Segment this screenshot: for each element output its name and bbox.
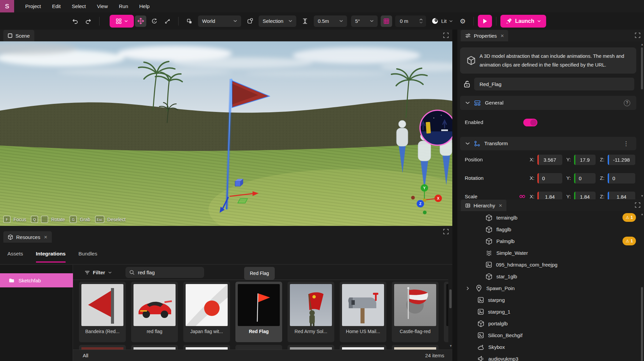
pivot-dropdown[interactable]: Selection bbox=[259, 15, 296, 27]
scrollbar[interactable] bbox=[449, 289, 452, 308]
link-icon[interactable] bbox=[519, 194, 525, 199]
section-general[interactable]: General ? bbox=[460, 96, 636, 110]
kebab-icon[interactable]: ⋮ bbox=[623, 140, 629, 147]
close-icon[interactable]: × bbox=[499, 203, 502, 208]
asset-card-partial[interactable] bbox=[392, 345, 439, 350]
asset-card-partial[interactable] bbox=[79, 345, 126, 350]
close-icon[interactable]: × bbox=[44, 234, 47, 240]
section-transform[interactable]: Transform ⋮ bbox=[460, 137, 636, 150]
hierarchy-item-flagglb[interactable]: flagglb bbox=[457, 224, 644, 235]
hierarchy-item-spawn-point[interactable]: Spawn_Poin bbox=[457, 282, 644, 294]
expand-icon[interactable] bbox=[635, 33, 640, 38]
tab-integrations[interactable]: Integrations bbox=[36, 245, 66, 263]
move-tool-button[interactable] bbox=[135, 15, 146, 27]
asset-card-mailbox[interactable]: Home US Mail... bbox=[340, 282, 386, 342]
elevation-stepper[interactable]: 0 m bbox=[395, 15, 426, 27]
scene-viewport[interactable]: Y X Z F Focus Q Rotate G Grab Esc Desele… bbox=[0, 41, 452, 226]
tab-scene[interactable]: Scene bbox=[3, 30, 34, 41]
hierarchy-item-star1glb[interactable]: star_1glb bbox=[457, 271, 644, 282]
close-icon[interactable]: × bbox=[500, 33, 504, 39]
hierarchy-item-portalglb[interactable]: portalglb bbox=[457, 318, 644, 329]
hierarchy-item-terrainglb[interactable]: terrainglb ⚠1 bbox=[457, 212, 644, 224]
unlock-icon[interactable] bbox=[463, 80, 470, 88]
transform-space-dropdown[interactable]: World bbox=[198, 15, 241, 27]
asset-card-red-flag-selected[interactable]: Red Flag bbox=[235, 282, 282, 342]
rotate-tool-button[interactable] bbox=[148, 15, 160, 27]
expand-icon[interactable] bbox=[443, 33, 449, 38]
redo-button[interactable] bbox=[83, 15, 94, 27]
position-y-field[interactable]: 17.9 bbox=[574, 155, 596, 165]
tab-bundles[interactable]: Bundles bbox=[78, 245, 97, 263]
shading-dropdown[interactable]: Lit bbox=[431, 17, 453, 25]
chevron-right-icon[interactable] bbox=[466, 286, 469, 290]
help-icon[interactable]: ? bbox=[624, 100, 630, 106]
move-snap-dropdown[interactable]: 0.5m bbox=[314, 15, 347, 27]
scale-tool-button[interactable] bbox=[162, 15, 173, 27]
footer-all[interactable]: All bbox=[83, 353, 88, 358]
scroll-up-icon[interactable]: ▲ bbox=[641, 43, 644, 46]
menu-edit[interactable]: Edit bbox=[52, 3, 61, 9]
menu-run[interactable]: Run bbox=[119, 3, 128, 9]
warning-badge[interactable]: ⚠1 bbox=[622, 237, 636, 245]
settings-button[interactable]: ⚙ bbox=[457, 15, 468, 27]
asset-card-red-army[interactable]: Red Army Sol... bbox=[288, 282, 334, 342]
rotation-x-field[interactable]: 0 bbox=[537, 173, 562, 184]
asset-card-partial[interactable] bbox=[444, 282, 448, 342]
play-button[interactable] bbox=[478, 15, 492, 28]
asset-card-bandeira[interactable]: Bandeira (Red... bbox=[79, 282, 126, 342]
scrollbar[interactable] bbox=[641, 47, 643, 89]
bounding-box-button[interactable] bbox=[244, 15, 256, 27]
object-name-field[interactable] bbox=[474, 78, 634, 90]
asset-card-partial[interactable] bbox=[183, 345, 230, 350]
warning-badge[interactable]: ⚠1 bbox=[622, 213, 636, 222]
asset-card-partial[interactable] bbox=[288, 345, 334, 350]
rotate-snap-dropdown[interactable]: 5° bbox=[351, 15, 378, 27]
scrollbar[interactable] bbox=[641, 287, 643, 361]
filter-dropdown[interactable]: Filter bbox=[85, 270, 112, 275]
asset-card-partial[interactable] bbox=[131, 345, 178, 350]
app-logo[interactable]: S bbox=[0, 0, 14, 12]
scale-y-field[interactable]: 1.84 bbox=[574, 192, 596, 199]
snap-vertical-button[interactable] bbox=[299, 15, 311, 27]
scroll-up-icon[interactable]: ▲ bbox=[641, 212, 644, 216]
hierarchy-item-silicon-bechgif[interactable]: Silicon_Bechgif bbox=[457, 329, 644, 341]
grid-snap-button[interactable] bbox=[381, 15, 392, 27]
menu-project[interactable]: Project bbox=[25, 3, 41, 9]
expand-icon[interactable] bbox=[635, 202, 640, 208]
asset-card-japan-flag[interactable]: Japan flag wit... bbox=[183, 282, 230, 342]
position-x-field[interactable]: 3.567 bbox=[537, 155, 562, 165]
asset-card-red-flag-car[interactable]: red flag bbox=[131, 282, 178, 342]
menu-view[interactable]: View bbox=[97, 3, 108, 9]
asset-card-partial[interactable] bbox=[235, 345, 282, 350]
hierarchy-item-simple-water[interactable]: Simple_Water bbox=[457, 247, 644, 259]
transform-space-button[interactable] bbox=[184, 15, 195, 27]
hierarchy-item-starpng[interactable]: starpng bbox=[457, 294, 644, 306]
hierarchy-item-starpng1[interactable]: starpng_1 bbox=[457, 306, 644, 318]
asset-card-partial[interactable] bbox=[340, 345, 386, 350]
tab-hierarchy[interactable]: Hierarchy × bbox=[461, 200, 506, 211]
menu-select[interactable]: Select bbox=[72, 3, 86, 9]
asset-card-castle-flag[interactable]: Castle-flag-red bbox=[392, 282, 439, 342]
sidebar-item-sketchfab[interactable]: Sketchfab bbox=[0, 273, 73, 287]
search-box[interactable] bbox=[125, 267, 204, 278]
rotation-z-field[interactable]: 0 bbox=[608, 173, 635, 184]
hierarchy-item-palmglb[interactable]: Palmglb ⚠1 bbox=[457, 235, 644, 247]
tab-assets[interactable]: Assets bbox=[7, 245, 23, 263]
tab-properties[interactable]: Properties × bbox=[461, 30, 508, 41]
launch-button[interactable]: Launch bbox=[500, 15, 546, 28]
scroll-down-icon[interactable]: ▼ bbox=[449, 344, 452, 348]
hierarchy-item-hdrmap[interactable]: 095_hdrmaps_com_freejpg bbox=[457, 259, 644, 271]
scroll-down-icon[interactable]: ▼ bbox=[641, 194, 644, 198]
menu-help[interactable]: Help bbox=[139, 3, 150, 9]
tab-resources[interactable]: Resources × bbox=[3, 231, 52, 243]
enabled-toggle[interactable] bbox=[523, 119, 537, 126]
position-z-field[interactable]: -11.298 bbox=[608, 155, 635, 165]
hierarchy-item-skybox[interactable]: Skybox bbox=[457, 341, 644, 353]
search-input[interactable] bbox=[138, 270, 198, 275]
undo-button[interactable] bbox=[69, 15, 81, 27]
rotation-y-field[interactable]: 0 bbox=[574, 173, 596, 184]
scale-x-field[interactable]: 1.84 bbox=[537, 192, 562, 199]
expand-icon[interactable] bbox=[443, 229, 449, 234]
layout-grid-dropdown[interactable] bbox=[110, 15, 134, 28]
scale-z-field[interactable]: 1.84 bbox=[608, 192, 635, 199]
